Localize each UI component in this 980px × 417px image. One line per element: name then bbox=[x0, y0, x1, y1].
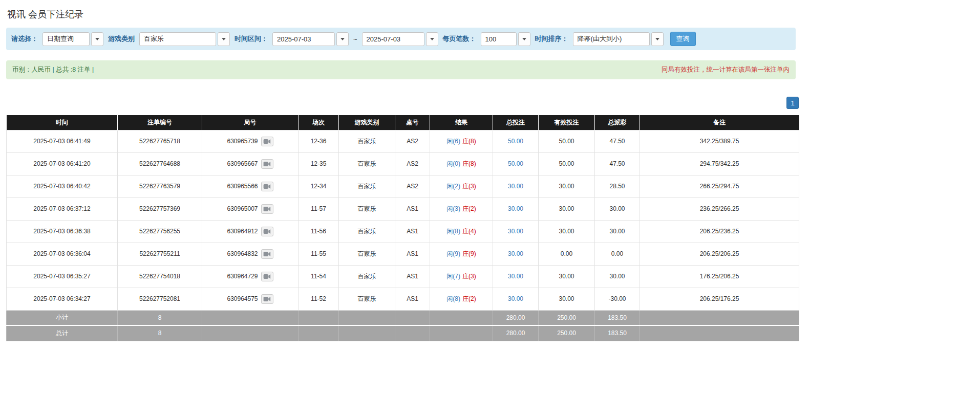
result-banker: 庄(9) bbox=[462, 250, 476, 257]
chevron-down-icon[interactable] bbox=[651, 32, 664, 46]
chevron-down-icon[interactable] bbox=[218, 32, 230, 46]
total-bet-link[interactable]: 30.00 bbox=[508, 205, 523, 212]
round-number: 630964832 bbox=[227, 250, 258, 257]
chevron-down-icon[interactable] bbox=[518, 32, 530, 46]
video-replay-icon[interactable] bbox=[261, 204, 273, 214]
cell-table: AS2 bbox=[395, 152, 430, 175]
video-replay-icon[interactable] bbox=[261, 182, 273, 191]
table-row: 2025-07-03 06:41:20 522627764688 6309656… bbox=[7, 152, 799, 175]
cell-empty bbox=[339, 310, 395, 325]
subtotal-label: 小计 bbox=[7, 310, 118, 325]
date-to-value: 2025-07-03 bbox=[362, 32, 424, 46]
cell-empty bbox=[430, 310, 493, 325]
summary-note: 同局有效投注，统一计算在该局第一张注单内 bbox=[662, 65, 790, 74]
col-header-valid-bet: 有效投注 bbox=[539, 115, 595, 130]
total-payout: 183.50 bbox=[595, 325, 640, 341]
chevron-down-icon[interactable] bbox=[91, 32, 103, 46]
cell-result: 闲(0)庄(8) bbox=[430, 152, 493, 175]
cell-total-bet: 30.00 bbox=[493, 175, 539, 197]
cell-time: 2025-07-03 06:37:12 bbox=[7, 197, 118, 220]
cell-valid-bet: 30.00 bbox=[539, 265, 595, 288]
table-row: 2025-07-03 06:34:27 522627752081 6309645… bbox=[7, 288, 799, 310]
cell-result: 闲(3)庄(2) bbox=[430, 197, 493, 220]
bets-table: 时间 注单编号 局号 场次 游戏类别 桌号 结果 总投注 有效投注 总派彩 备注… bbox=[6, 115, 799, 341]
table-header-row: 时间 注单编号 局号 场次 游戏类别 桌号 结果 总投注 有效投注 总派彩 备注 bbox=[7, 115, 799, 130]
col-header-round: 局号 bbox=[202, 115, 299, 130]
time-sort-select[interactable]: 降幂(由大到小) bbox=[573, 32, 664, 46]
result-player: 闲(7) bbox=[446, 273, 460, 280]
cell-time: 2025-07-03 06:40:42 bbox=[7, 175, 118, 197]
game-type-select[interactable]: 百家乐 bbox=[139, 32, 230, 46]
cell-note: 342.25/389.75 bbox=[640, 130, 799, 152]
video-replay-icon[interactable] bbox=[261, 159, 273, 169]
cell-payout: 30.00 bbox=[595, 220, 640, 243]
cell-empty bbox=[299, 310, 339, 325]
cell-result: 闲(2)庄(3) bbox=[430, 175, 493, 197]
table-row: 2025-07-03 06:41:49 522627765718 6309657… bbox=[7, 130, 799, 152]
summary-currency-count: 币别：人民币 | 总共 :8 注单 | bbox=[12, 65, 94, 74]
cell-note: 206.25/236.25 bbox=[640, 220, 799, 243]
date-from-select[interactable]: 2025-07-03 bbox=[272, 32, 349, 46]
chevron-down-icon[interactable] bbox=[426, 32, 438, 46]
total-bet-link[interactable]: 50.00 bbox=[508, 138, 523, 145]
cell-time: 2025-07-03 06:36:04 bbox=[7, 243, 118, 265]
col-header-session: 场次 bbox=[299, 115, 339, 130]
cell-session: 11-57 bbox=[299, 197, 339, 220]
cell-table: AS2 bbox=[395, 175, 430, 197]
cell-total-bet: 30.00 bbox=[493, 220, 539, 243]
video-replay-icon[interactable] bbox=[261, 227, 273, 236]
table-row: 2025-07-03 06:35:27 522627754018 6309647… bbox=[7, 265, 799, 288]
cell-session: 11-55 bbox=[299, 243, 339, 265]
cell-payout: 47.50 bbox=[595, 152, 640, 175]
search-button[interactable]: 查询 bbox=[670, 32, 696, 46]
cell-round: 630964912 bbox=[202, 220, 299, 243]
cell-table: AS1 bbox=[395, 220, 430, 243]
result-player: 闲(3) bbox=[446, 205, 460, 212]
cell-session: 11-54 bbox=[299, 265, 339, 288]
video-replay-icon[interactable] bbox=[261, 249, 273, 259]
cell-empty bbox=[299, 325, 339, 341]
cell-valid-bet: 0.00 bbox=[539, 243, 595, 265]
per-page-select[interactable]: 100 bbox=[481, 32, 530, 46]
video-replay-icon[interactable] bbox=[261, 272, 273, 281]
date-type-select[interactable]: 日期查询 bbox=[42, 32, 103, 46]
result-player: 闲(8) bbox=[446, 295, 460, 302]
cell-valid-bet: 50.00 bbox=[539, 130, 595, 152]
cell-note: 294.75/342.25 bbox=[640, 152, 799, 175]
total-bet-link[interactable]: 30.00 bbox=[508, 295, 523, 302]
total-bet-link[interactable]: 30.00 bbox=[508, 273, 523, 280]
cell-round: 630964575 bbox=[202, 288, 299, 310]
cell-payout: -30.00 bbox=[595, 288, 640, 310]
result-banker: 庄(4) bbox=[462, 228, 476, 235]
grand-total-row: 总计 8 280.00 250.00 183.50 bbox=[7, 325, 799, 341]
result-player: 闲(2) bbox=[446, 183, 460, 190]
chevron-down-icon[interactable] bbox=[336, 32, 349, 46]
page-button-1[interactable]: 1 bbox=[786, 97, 799, 109]
total-total-bet: 280.00 bbox=[493, 325, 539, 341]
date-type-value: 日期查询 bbox=[42, 32, 90, 46]
cell-empty bbox=[202, 325, 299, 341]
col-header-game: 游戏类别 bbox=[339, 115, 395, 130]
cell-total-bet: 50.00 bbox=[493, 152, 539, 175]
total-bet-link[interactable]: 50.00 bbox=[508, 160, 523, 167]
total-bet-link[interactable]: 30.00 bbox=[508, 250, 523, 257]
cell-session: 11-56 bbox=[299, 220, 339, 243]
date-to-select[interactable]: 2025-07-03 bbox=[362, 32, 438, 46]
game-type-value: 百家乐 bbox=[139, 32, 216, 46]
cell-bet-id: 522627763579 bbox=[118, 175, 202, 197]
col-header-note: 备注 bbox=[640, 115, 799, 130]
cell-empty bbox=[202, 310, 299, 325]
video-replay-icon[interactable] bbox=[261, 294, 273, 304]
round-number: 630965667 bbox=[227, 160, 258, 167]
video-replay-icon[interactable] bbox=[261, 137, 273, 146]
total-bet-link[interactable]: 30.00 bbox=[508, 228, 523, 235]
cell-empty bbox=[640, 325, 799, 341]
total-bet-link[interactable]: 30.00 bbox=[508, 183, 523, 190]
round-number: 630965007 bbox=[227, 205, 258, 212]
cell-bet-id: 522627756255 bbox=[118, 220, 202, 243]
cell-note: 176.25/206.25 bbox=[640, 265, 799, 288]
cell-note: 236.25/266.25 bbox=[640, 197, 799, 220]
cell-round: 630964832 bbox=[202, 243, 299, 265]
table-row: 2025-07-03 06:36:04 522627755211 6309648… bbox=[7, 243, 799, 265]
cell-game: 百家乐 bbox=[339, 243, 395, 265]
